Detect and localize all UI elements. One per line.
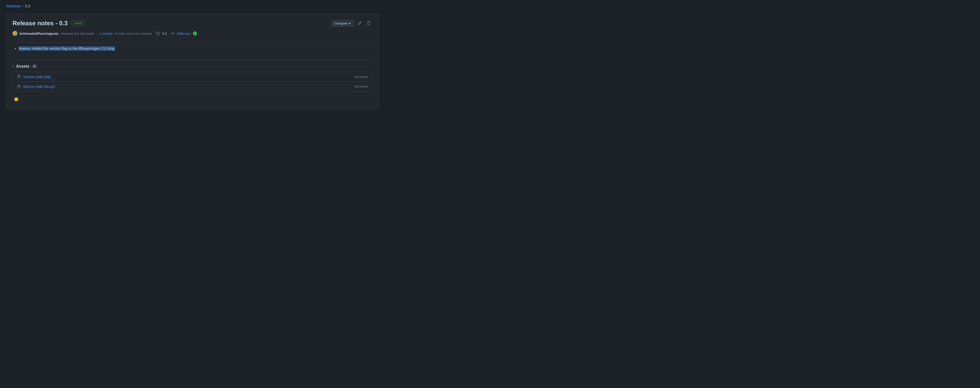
asset-left-zip: Source code (zip) xyxy=(17,75,51,79)
chevron-down-icon: ▾ xyxy=(349,21,351,25)
meta-action: released this last week xyxy=(60,32,94,35)
release-title: Release notes - 0.3 xyxy=(13,20,68,27)
tag-icon xyxy=(156,32,160,36)
assets-header[interactable]: ▾ Assets 2 xyxy=(13,64,372,69)
emoji-reaction-button[interactable]: 🙂 xyxy=(13,96,20,103)
compare-button[interactable]: Compare ▾ xyxy=(331,20,354,27)
assets-count-badge: 2 xyxy=(32,64,37,68)
commit-suffix: to main since this release xyxy=(115,32,152,35)
assets-list: Source code (zip) last week Source code … xyxy=(13,72,372,92)
latest-badge: Latest xyxy=(71,21,85,26)
asset-targz-time: last week xyxy=(354,84,368,88)
feature-text: feature: Added the version flag to the t… xyxy=(19,46,115,51)
release-actions: Compare ▾ xyxy=(331,20,372,27)
breadcrumb-current: 0.3 xyxy=(25,4,30,8)
meta-username: krishnaduttPanchagnula xyxy=(20,32,59,35)
assets-chevron-icon: ▾ xyxy=(13,65,14,68)
asset-left-targz: Source code (tar.gz) xyxy=(17,84,55,89)
reaction-area: 🙂 xyxy=(13,96,372,103)
asset-item-zip[interactable]: Source code (zip) last week xyxy=(13,72,372,82)
file-targz-icon xyxy=(17,84,21,89)
smiley-icon: 🙂 xyxy=(14,97,18,101)
breadcrumb-releases-link[interactable]: Releases xyxy=(6,4,21,8)
meta-dot: · xyxy=(96,32,97,35)
breadcrumb-separator: / xyxy=(22,4,24,8)
commit-icon xyxy=(171,32,175,36)
release-card: Release notes - 0.3 Latest Compare ▾ kri… xyxy=(6,13,379,109)
assets-title: Assets xyxy=(16,64,29,69)
release-notes-list: feature: Added the version flag to the t… xyxy=(13,46,372,51)
asset-zip-link[interactable]: Source code (zip) xyxy=(23,75,51,79)
asset-targz-link[interactable]: Source code (tar.gz) xyxy=(23,84,55,89)
release-meta: krishnaduttPanchagnula released this las… xyxy=(13,31,372,36)
commit-hash-link[interactable]: 69bceac xyxy=(177,32,191,35)
list-item: feature: Added the version flag to the t… xyxy=(19,46,372,51)
release-header: Release notes - 0.3 Latest Compare ▾ xyxy=(13,20,372,27)
assets-section: ▾ Assets 2 Source code (zip) last week xyxy=(13,60,372,103)
edit-button[interactable] xyxy=(356,20,363,27)
trash-icon xyxy=(367,21,371,25)
asset-zip-time: last week xyxy=(354,75,368,79)
release-title-area: Release notes - 0.3 Latest xyxy=(13,20,85,27)
release-notes: feature: Added the version flag to the t… xyxy=(13,42,372,56)
delete-button[interactable] xyxy=(365,20,372,27)
file-zip-icon xyxy=(17,75,21,79)
avatar xyxy=(13,31,18,36)
breadcrumb: Releases / 0.3 xyxy=(6,4,974,8)
tag-value: 0.3 xyxy=(162,32,167,35)
pencil-icon xyxy=(358,21,362,25)
asset-item-targz[interactable]: Source code (tar.gz) last week xyxy=(13,82,372,91)
check-icon xyxy=(193,32,197,36)
commit-count-link[interactable]: 1 commit xyxy=(99,32,113,35)
